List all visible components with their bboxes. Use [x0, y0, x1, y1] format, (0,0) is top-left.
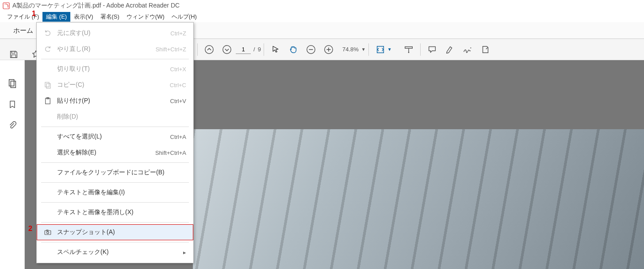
- menu-label: すべてを選択(L): [54, 133, 170, 141]
- titlebar: A製品のマーケティング計画.pdf - Adobe Acrobat Reader…: [0, 0, 644, 12]
- undo-icon: [42, 29, 54, 37]
- attachment-icon[interactable]: [7, 120, 18, 131]
- menu-redact[interactable]: テキストと画像を墨消し(X): [37, 204, 193, 220]
- thumbnails-icon[interactable]: [7, 78, 18, 88]
- svg-point-1: [205, 45, 213, 53]
- svg-rect-14: [12, 55, 15, 58]
- menu-label: スペルチェック(K): [54, 248, 183, 256]
- menu-file[interactable]: ファイル (F): [4, 12, 42, 22]
- menu-divider: [41, 162, 189, 163]
- svg-rect-21: [45, 231, 51, 234]
- menu-divider: [41, 202, 189, 203]
- menu-label: 選択を解除(E): [54, 149, 155, 157]
- paste-icon: [42, 97, 54, 105]
- menu-deselect[interactable]: 選択を解除(E) Shift+Ctrl+A: [37, 145, 193, 161]
- toolbar-separator: [197, 43, 198, 56]
- pdf-file-icon: [3, 2, 10, 9]
- callout-2: 2: [28, 225, 32, 233]
- menu-label: スナップショット(A): [54, 228, 186, 236]
- tab-home[interactable]: ホーム: [6, 23, 40, 38]
- zoom-out-button[interactable]: [302, 41, 320, 58]
- menu-copy-file[interactable]: ファイルをクリップボードにコピー(B): [37, 165, 193, 181]
- toolbar-separator: [368, 43, 369, 56]
- page-indicator: / 9: [236, 45, 261, 54]
- svg-rect-17: [45, 82, 49, 87]
- svg-point-12: [470, 47, 471, 48]
- menu-divider: [41, 242, 189, 242]
- svg-rect-9: [405, 46, 412, 48]
- comment-button[interactable]: [423, 41, 441, 58]
- menu-shortcut: Ctrl+X: [170, 66, 186, 73]
- menu-select-all[interactable]: すべてを選択(L) Ctrl+A: [37, 129, 193, 145]
- callout-1: 1: [32, 10, 36, 18]
- menu-shortcut: Shift+Ctrl+A: [155, 150, 186, 156]
- menu-shortcut: Shift+Ctrl+Z: [156, 46, 186, 53]
- selection-tool-button[interactable]: [267, 41, 284, 58]
- menu-cut[interactable]: 切り取り(T) Ctrl+X: [37, 61, 193, 77]
- document-page-image: [193, 129, 644, 269]
- menu-shortcut: Ctrl+Z: [170, 30, 186, 37]
- sign-button[interactable]: [459, 41, 476, 58]
- menu-edit-text-image[interactable]: テキストと画像を編集(I): [37, 184, 193, 200]
- window-title: A製品のマーケティング計画.pdf - Adobe Acrobat Reader…: [12, 2, 180, 10]
- menu-snapshot[interactable]: スナップショット(A): [37, 224, 193, 240]
- svg-rect-18: [46, 84, 50, 88]
- menu-window[interactable]: ウィンドウ(W): [123, 12, 168, 22]
- menu-redo[interactable]: やり直し(R) Shift+Ctrl+Z: [37, 41, 193, 57]
- edit-dropdown: 元に戻す(U) Ctrl+Z やり直し(R) Shift+Ctrl+Z 切り取り…: [36, 22, 194, 263]
- bookmark-icon[interactable]: [7, 99, 18, 110]
- toolbar-separator: [420, 43, 421, 56]
- caret-down-icon[interactable]: ▼: [387, 47, 392, 52]
- menu-sign[interactable]: 署名(S): [97, 12, 123, 22]
- svg-rect-8: [377, 46, 383, 53]
- submenu-arrow-icon: ▸: [183, 249, 186, 256]
- menu-divider: [41, 182, 189, 183]
- highlight-button[interactable]: [441, 41, 459, 58]
- menu-label: 貼り付け(P): [54, 97, 170, 105]
- fit-width-button[interactable]: [372, 41, 389, 58]
- menu-copy[interactable]: コピー(C) Ctrl+C: [37, 77, 193, 93]
- svg-point-2: [223, 45, 231, 53]
- copy-icon: [42, 81, 54, 89]
- menu-label: 切り取り(T): [54, 65, 170, 73]
- svg-point-22: [47, 231, 49, 234]
- page-total: 9: [258, 46, 261, 53]
- save-icon[interactable]: [9, 50, 19, 59]
- menu-label: 削除(D): [54, 113, 186, 121]
- menu-divider: [41, 127, 189, 127]
- menu-spellcheck[interactable]: スペルチェック(K) ▸: [37, 244, 193, 260]
- menu-divider: [41, 59, 189, 59]
- caret-down-icon: ▼: [361, 47, 366, 52]
- menu-label: 元に戻す(U): [54, 29, 170, 37]
- hand-tool-button[interactable]: [284, 41, 302, 58]
- toolbar-separator: [264, 43, 264, 56]
- menu-label: コピー(C): [54, 81, 170, 89]
- zoom-value: 74.8%: [337, 46, 360, 53]
- page-down-button[interactable]: [218, 41, 236, 58]
- svg-rect-16: [11, 81, 15, 88]
- menu-label: やり直し(R): [54, 45, 156, 53]
- side-panel: [0, 60, 25, 269]
- menu-delete[interactable]: 削除(D): [37, 109, 193, 125]
- zoom-in-button[interactable]: [320, 41, 337, 58]
- svg-rect-0: [3, 3, 9, 9]
- menu-paste[interactable]: 貼り付け(P) Ctrl+V: [37, 93, 193, 109]
- page-sep: /: [253, 46, 255, 53]
- menu-shortcut: Ctrl+A: [170, 134, 186, 140]
- menu-shortcut: Ctrl+C: [170, 82, 186, 88]
- menubar: ファイル (F) 編集 (E) 表示(V) 署名(S) ウィンドウ(W) ヘルプ…: [0, 12, 644, 22]
- read-mode-button[interactable]: [400, 41, 418, 58]
- menu-undo[interactable]: 元に戻す(U) Ctrl+Z: [37, 25, 193, 41]
- menu-edit[interactable]: 編集 (E): [42, 12, 70, 22]
- page-current-input[interactable]: [236, 45, 251, 54]
- menu-shortcut: Ctrl+V: [170, 98, 186, 104]
- menu-help[interactable]: ヘルプ(H): [168, 12, 200, 22]
- more-tools-button[interactable]: [476, 41, 494, 58]
- menu-label: ファイルをクリップボードにコピー(B): [54, 169, 186, 177]
- menu-label: テキストと画像を編集(I): [54, 188, 186, 196]
- zoom-dropdown[interactable]: 74.8% ▼: [337, 46, 366, 53]
- page-up-button[interactable]: [200, 41, 218, 58]
- camera-icon: [42, 228, 54, 236]
- svg-point-11: [408, 52, 409, 53]
- menu-view[interactable]: 表示(V): [70, 12, 96, 22]
